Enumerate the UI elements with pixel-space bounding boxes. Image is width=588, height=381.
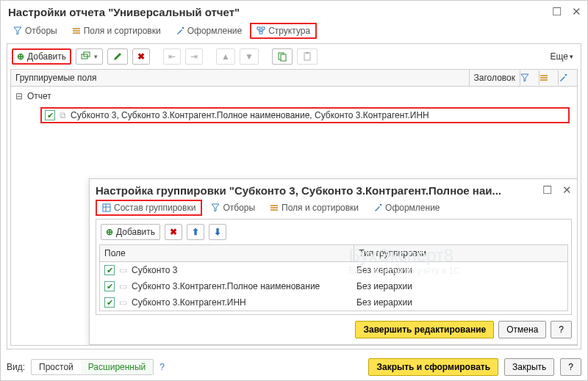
dialog-delete-button[interactable]: ✖: [165, 224, 182, 240]
dialog-maximize-icon[interactable]: ☐: [542, 184, 552, 196]
dialog-grid-body: ✔ ▭ Субконто 3 Без иерархии ✔ ▭ Субконто…: [99, 262, 568, 311]
field-icon: ▭: [119, 281, 127, 291]
fields-icon: [72, 26, 81, 35]
dialog-tabs: Состав группировки Отборы Поля и сортиро…: [96, 200, 572, 219]
move-up-button[interactable]: ▲: [216, 48, 235, 65]
up-icon: ▲: [221, 51, 230, 62]
more-menu[interactable]: Еще ▾: [548, 51, 576, 62]
indent-button[interactable]: ⇥: [185, 48, 203, 65]
type-label: Без иерархии: [356, 265, 563, 275]
grouping-dialog: БухЭксперт8 База ответов по учёту в 1С Н…: [89, 178, 578, 345]
brush-icon: [176, 26, 184, 35]
arrow-out-icon: ⇤: [168, 51, 176, 62]
svg-rect-12: [306, 52, 309, 54]
tab-fields[interactable]: Поля и сортировки: [65, 23, 168, 39]
svg-point-3: [182, 27, 184, 29]
col-style[interactable]: [558, 70, 577, 85]
checkbox-icon[interactable]: ✔: [104, 265, 115, 275]
field-label: Субконто 3.Контрагент.Полное наименовани…: [132, 281, 320, 291]
plus-icon: ⊕: [17, 51, 24, 62]
paste-button[interactable]: [297, 48, 318, 65]
paste-icon: [302, 51, 312, 62]
maximize-icon[interactable]: ☐: [552, 5, 562, 18]
dialog-tab-fields[interactable]: Поля и сортировки: [264, 200, 365, 216]
view-toggle: Простой Расширенный: [31, 359, 154, 375]
view-extended[interactable]: Расширенный: [81, 360, 154, 374]
checkbox-icon[interactable]: ✔: [104, 297, 115, 308]
close-icon[interactable]: ✕: [572, 5, 581, 18]
checkbox-icon[interactable]: ✔: [45, 110, 55, 120]
plus-icon: ⊕: [106, 227, 113, 237]
main-toolbar: ⊕ Добавить ▾ ✖ ⇤ ⇥: [10, 47, 578, 66]
tab-filters[interactable]: Отборы: [7, 23, 64, 39]
pencil-icon: [112, 51, 123, 62]
type-label: Без иерархии: [356, 281, 563, 291]
dialog-panel: ⊕ Добавить ✖ ⬆ ⬇ П: [96, 219, 572, 315]
tab-structure[interactable]: Структура: [250, 23, 317, 39]
copy-icon: [277, 51, 287, 62]
grid-row[interactable]: ✔ ▭ Субконто 3 Без иерархии: [100, 262, 567, 278]
col-field: Поле: [100, 245, 354, 261]
group-icon: [81, 51, 91, 62]
svg-rect-11: [304, 53, 310, 60]
svg-rect-15: [540, 79, 548, 81]
window-title: Настройки отчета "Универсальный отчет": [8, 6, 240, 18]
chevron-down-icon: ▾: [570, 53, 573, 60]
col-fields[interactable]: [539, 70, 558, 85]
outdent-button[interactable]: ⇤: [163, 48, 181, 65]
svg-rect-5: [262, 27, 265, 29]
view-help-icon[interactable]: ?: [159, 362, 165, 372]
col-header: Заголовок: [469, 70, 520, 86]
svg-rect-2: [73, 32, 80, 34]
edit-button[interactable]: [107, 48, 128, 65]
minus-icon[interactable]: ⊟: [15, 91, 23, 101]
close-and-form-button[interactable]: Закрыть и сформировать: [368, 358, 498, 376]
link-icon: ⧉: [60, 110, 66, 120]
view-label: Вид:: [7, 362, 25, 372]
settings-window: Настройки отчета "Универсальный отчет" ☐…: [0, 0, 588, 381]
svg-rect-1: [73, 30, 80, 32]
add-button[interactable]: ⊕ Добавить: [12, 48, 71, 65]
titlebar: Настройки отчета "Универсальный отчет" ☐…: [1, 1, 587, 20]
close-button[interactable]: Закрыть: [504, 358, 554, 376]
view-simple[interactable]: Простой: [32, 360, 81, 374]
tab-style[interactable]: Оформление: [169, 23, 248, 39]
dialog-add-button[interactable]: ⊕ Добавить: [101, 224, 160, 240]
checkbox-icon[interactable]: ✔: [104, 281, 115, 291]
svg-rect-6: [259, 32, 262, 34]
grid-row[interactable]: ✔ ▭ Субконто 3.Контрагент.ИНН Без иерарх…: [100, 294, 567, 311]
col-group-type: Тип группировки: [354, 245, 567, 261]
tab-composition[interactable]: Состав группировки: [96, 200, 202, 216]
down-icon: ⬇: [214, 227, 221, 237]
arrow-in-icon: ⇥: [190, 51, 198, 62]
funnel-icon: [211, 203, 220, 212]
dialog-move-up-button[interactable]: ⬆: [187, 224, 204, 240]
delete-button[interactable]: ✖: [132, 48, 150, 65]
dialog-tab-filters[interactable]: Отборы: [205, 200, 261, 216]
svg-point-16: [565, 74, 567, 76]
cancel-button[interactable]: Отмена: [498, 321, 546, 338]
svg-point-21: [380, 204, 382, 206]
finish-editing-button[interactable]: Завершить редактирование: [355, 321, 494, 338]
bottom-help-button[interactable]: ?: [560, 358, 581, 376]
tree-child-row[interactable]: ✔ ⧉ Субконто 3, Субконто 3.Контрагент.По…: [45, 110, 565, 120]
copy-button[interactable]: [272, 48, 293, 65]
col-filter[interactable]: [520, 70, 539, 85]
move-down-button[interactable]: ▼: [240, 48, 259, 65]
field-label: Субконто 3: [132, 265, 177, 275]
grid-icon: [102, 203, 111, 212]
group-button[interactable]: ▾: [76, 48, 103, 65]
dialog-footer: Завершить редактирование Отмена ?: [96, 315, 572, 338]
svg-rect-14: [540, 77, 548, 79]
field-icon: ▭: [119, 297, 127, 308]
tree-root[interactable]: ⊟ Отчет: [11, 90, 577, 103]
help-button[interactable]: ?: [551, 321, 572, 338]
tree-body: ⊟ Отчет ✔ ⧉ Субконто 3, Субконто 3.Контр…: [10, 87, 578, 346]
up-icon: ⬆: [192, 227, 199, 237]
dialog-move-down-button[interactable]: ⬇: [209, 224, 226, 240]
grid-row[interactable]: ✔ ▭ Субконто 3.Контрагент.Полное наимено…: [100, 278, 567, 294]
svg-rect-19: [270, 207, 278, 208]
col-grouped-fields: Группируемые поля: [11, 70, 469, 86]
dialog-close-icon[interactable]: ✕: [562, 184, 572, 196]
dialog-tab-style[interactable]: Оформление: [368, 200, 445, 216]
